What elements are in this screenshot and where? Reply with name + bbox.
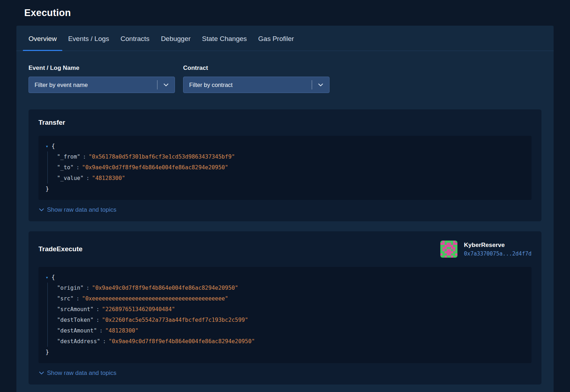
- event-card-header: Transfer: [38, 119, 532, 127]
- chevron-down-icon: [39, 208, 44, 211]
- collapse-triangle-icon[interactable]: ▾: [46, 144, 48, 149]
- contract-filter-placeholder: Filter by contract: [189, 82, 312, 88]
- event-json-block: ▾ { _from:0x56178a0d5f301baf6cf3e1cd53d9…: [38, 136, 532, 200]
- json-value: 0x9ae49c0d7f8f9ef4b864e004fe86ac8294e209…: [109, 338, 255, 345]
- page-title: Execution: [24, 7, 71, 19]
- event-card-header: TradeExecute: [38, 241, 532, 258]
- json-key: _from: [57, 154, 80, 160]
- json-key: _to: [57, 164, 74, 171]
- json-open-line: ▾ {: [46, 141, 524, 151]
- tab-bar: Overview Events / Logs Contracts Debugge…: [16, 26, 554, 51]
- contract-name: KyberReserve: [464, 242, 532, 249]
- json-value: 0x9ae49c0d7f8f9ef4b864e004fe86ac8294e209…: [92, 285, 238, 291]
- tab-state-changes[interactable]: State Changes: [196, 26, 253, 51]
- contract-avatar-icon: [440, 241, 457, 258]
- json-key: src: [57, 295, 74, 302]
- json-colon: :: [96, 317, 99, 323]
- event-name: TradeExecute: [38, 245, 83, 253]
- event-filter-label: Event / Log Name: [28, 65, 175, 72]
- json-key: destAddress: [57, 338, 100, 345]
- event-filter-dropdown[interactable]: Filter by event name: [28, 77, 175, 93]
- contract-filter-group: Contract Filter by contract: [183, 65, 330, 93]
- execution-panel: Overview Events / Logs Contracts Debugge…: [16, 26, 554, 392]
- json-colon: :: [76, 295, 79, 302]
- chevron-down-icon: [157, 83, 175, 87]
- json-value: 0x9ae49c0d7f8f9ef4b864e004fe86ac8294e209…: [82, 164, 228, 171]
- json-value: 0x2260fac5e5542a773aa44fbcfedf7c193bc2c5…: [102, 317, 248, 323]
- json-colon: :: [86, 175, 89, 181]
- json-value: 0xeeeeeeeeeeeeeeeeeeeeeeeeeeeeeeeeeeeeee…: [82, 295, 228, 302]
- json-field-row: origin:0x9ae49c0d7f8f9ef4b864e004fe86ac8…: [57, 283, 524, 293]
- tab-events-logs[interactable]: Events / Logs: [62, 26, 115, 51]
- json-key: destToken: [57, 317, 94, 323]
- filters-row: Event / Log Name Filter by event name Co…: [16, 51, 554, 93]
- contract-identity: KyberReserve 0x7a3370075a...2d4f7d: [464, 242, 532, 257]
- tab-gas-profiler[interactable]: Gas Profiler: [253, 26, 300, 51]
- event-card-transfer: Transfer ▾ { _from:0x56178a0d5f301baf6cf…: [28, 109, 542, 221]
- collapse-triangle-icon[interactable]: ▾: [46, 275, 48, 280]
- json-fields: _from:0x56178a0d5f301baf6cf3e1cd53d98634…: [47, 151, 524, 184]
- json-value: 48128300: [105, 327, 138, 334]
- json-close-line: }: [46, 184, 524, 194]
- json-key: origin: [57, 285, 84, 291]
- json-field-row: destAmount:48128300: [57, 325, 524, 336]
- close-brace: }: [46, 184, 49, 194]
- json-value: 22689765134620940484: [102, 306, 175, 313]
- json-field-row: destAddress:0x9ae49c0d7f8f9ef4b864e004fe…: [57, 336, 524, 347]
- json-colon: :: [99, 327, 103, 334]
- contract-address-link[interactable]: 0x7a3370075a...2d4f7d: [464, 251, 532, 257]
- json-key: destAmount: [57, 327, 97, 334]
- json-colon: :: [83, 154, 86, 160]
- json-colon: :: [76, 164, 79, 171]
- json-colon: :: [103, 338, 106, 345]
- page-header: Execution: [0, 0, 570, 26]
- show-raw-data-label: Show raw data and topics: [47, 206, 116, 213]
- show-raw-data-label: Show raw data and topics: [47, 370, 116, 377]
- contract-filter-label: Contract: [183, 65, 330, 72]
- tab-overview[interactable]: Overview: [23, 26, 62, 51]
- chevron-down-icon: [39, 372, 44, 375]
- json-field-row: srcAmount:22689765134620940484: [57, 304, 524, 315]
- event-name: Transfer: [38, 119, 65, 127]
- json-field-row: _from:0x56178a0d5f301baf6cf3e1cd53d98634…: [57, 151, 524, 162]
- open-brace: {: [52, 141, 55, 151]
- json-close-line: }: [46, 347, 524, 357]
- json-field-row: src:0xeeeeeeeeeeeeeeeeeeeeeeeeeeeeeeeeee…: [57, 293, 524, 304]
- event-card-trade-execute: TradeExecute: [28, 231, 542, 385]
- contract-chip: KyberReserve 0x7a3370075a...2d4f7d: [440, 241, 532, 258]
- json-value: 0x56178a0d5f301baf6cf3e1cd53d9863437345b…: [89, 154, 235, 160]
- chevron-down-icon: [312, 83, 329, 87]
- open-brace: {: [52, 272, 55, 283]
- tab-contracts[interactable]: Contracts: [115, 26, 155, 51]
- event-filter-placeholder: Filter by event name: [35, 82, 157, 88]
- json-key: srcAmount: [57, 306, 94, 313]
- json-field-row: _value:48128300: [57, 173, 524, 184]
- event-json-block: ▾ { origin:0x9ae49c0d7f8f9ef4b864e004fe8…: [38, 267, 532, 363]
- json-open-line: ▾ {: [46, 272, 524, 283]
- contract-filter-dropdown[interactable]: Filter by contract: [183, 77, 330, 93]
- json-value: 48128300: [92, 175, 125, 181]
- json-key: _value: [57, 175, 84, 181]
- json-colon: :: [96, 306, 99, 313]
- dropdown-divider: [157, 80, 157, 89]
- event-filter-group: Event / Log Name Filter by event name: [28, 65, 175, 93]
- dropdown-divider: [312, 80, 312, 89]
- show-raw-data-toggle[interactable]: Show raw data and topics: [38, 370, 532, 377]
- show-raw-data-toggle[interactable]: Show raw data and topics: [38, 206, 532, 213]
- close-brace: }: [46, 347, 49, 357]
- json-field-row: _to:0x9ae49c0d7f8f9ef4b864e004fe86ac8294…: [57, 162, 524, 173]
- json-fields: origin:0x9ae49c0d7f8f9ef4b864e004fe86ac8…: [47, 283, 524, 347]
- json-colon: :: [86, 285, 89, 291]
- json-field-row: destToken:0x2260fac5e5542a773aa44fbcfedf…: [57, 315, 524, 325]
- tab-debugger[interactable]: Debugger: [155, 26, 196, 51]
